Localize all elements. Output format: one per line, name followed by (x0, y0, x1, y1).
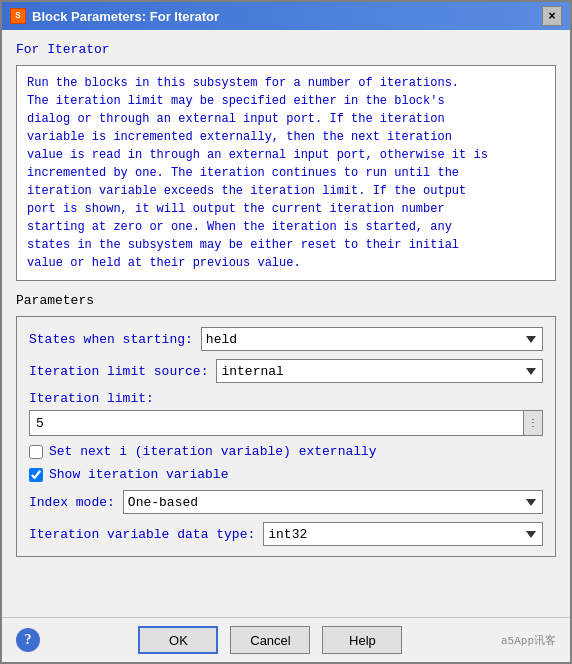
section-title: For Iterator (16, 42, 556, 57)
description-text: Run the blocks in this subsystem for a n… (16, 65, 556, 281)
iteration-limit-source-select[interactable]: internal (216, 359, 543, 383)
iteration-limit-input[interactable] (29, 410, 523, 436)
checkbox-show[interactable] (29, 468, 43, 482)
checkbox-external-label[interactable]: Set next i (iteration variable) external… (49, 444, 377, 459)
params-section: States when starting: held Iteration lim… (16, 316, 556, 557)
iteration-limit-section: Iteration limit: ⋮ (29, 391, 543, 436)
checkbox-external-row: Set next i (iteration variable) external… (29, 444, 543, 459)
watermark: a5App讯客 (501, 633, 556, 648)
cancel-button[interactable]: Cancel (230, 626, 310, 654)
index-mode-row: Index mode: One-based (29, 490, 543, 514)
iteration-var-type-select[interactable]: int32 (263, 522, 543, 546)
ok-button[interactable]: OK (138, 626, 218, 654)
bottom-bar: ? OK Cancel Help a5App讯客 (2, 617, 570, 662)
help-button[interactable]: Help (322, 626, 402, 654)
states-select[interactable]: held (201, 327, 543, 351)
iteration-var-type-row: Iteration variable data type: int32 (29, 522, 543, 546)
help-icon-area: ? (16, 628, 40, 652)
iteration-limit-source-row: Iteration limit source: internal (29, 359, 543, 383)
main-window: S Block Parameters: For Iterator × For I… (0, 0, 572, 664)
checkbox-show-label[interactable]: Show iteration variable (49, 467, 228, 482)
iteration-limit-source-label: Iteration limit source: (29, 364, 208, 379)
checkbox-show-row: Show iteration variable (29, 467, 543, 482)
title-bar: S Block Parameters: For Iterator × (2, 2, 570, 30)
index-mode-label: Index mode: (29, 495, 115, 510)
checkbox-external[interactable] (29, 445, 43, 459)
window-title: Block Parameters: For Iterator (32, 9, 219, 24)
iteration-limit-input-row: ⋮ (29, 410, 543, 436)
iteration-limit-menu-button[interactable]: ⋮ (523, 410, 543, 436)
iteration-var-type-label: Iteration variable data type: (29, 527, 255, 542)
states-row: States when starting: held (29, 327, 543, 351)
main-content: For Iterator Run the blocks in this subs… (2, 30, 570, 617)
params-label: Parameters (16, 293, 556, 308)
help-circle-icon[interactable]: ? (16, 628, 40, 652)
states-label: States when starting: (29, 332, 193, 347)
index-mode-select[interactable]: One-based (123, 490, 543, 514)
title-bar-left: S Block Parameters: For Iterator (10, 8, 219, 24)
window-icon: S (10, 8, 26, 24)
button-group: OK Cancel Help (40, 626, 501, 654)
close-button[interactable]: × (542, 6, 562, 26)
iteration-limit-label: Iteration limit: (29, 391, 543, 406)
